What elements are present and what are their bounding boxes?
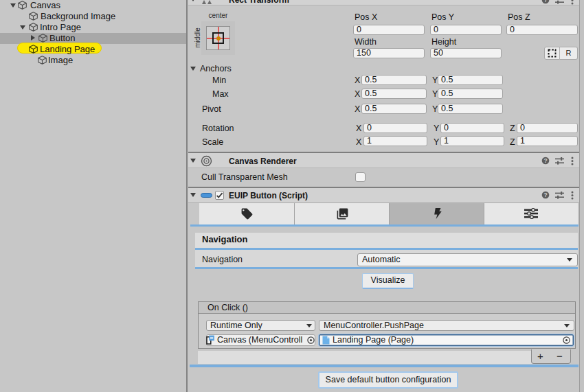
svg-text:?: ? xyxy=(543,157,547,164)
svg-text:?: ? xyxy=(543,0,547,3)
svg-text:?: ? xyxy=(543,192,547,198)
